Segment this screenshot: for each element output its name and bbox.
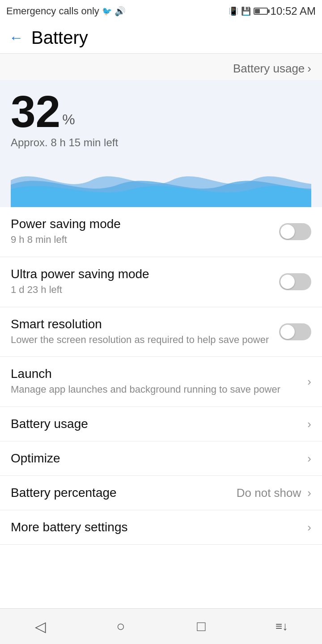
optimize-chevron: ›: [307, 452, 311, 466]
battery-display: 32% Approx. 8 h 15 min left: [0, 80, 322, 207]
setting-left-more-battery: More battery settings: [11, 520, 305, 534]
status-text: Emergency calls only: [6, 5, 99, 17]
launch-title: Launch: [11, 367, 305, 381]
launch-subtitle: Manage app launches and background runni…: [11, 383, 305, 397]
nav-back-button[interactable]: ◁: [22, 613, 58, 640]
status-bar: Emergency calls only 🐦 🔊 📳 💾 10:52 AM: [0, 0, 322, 22]
header: ← Battery: [0, 22, 322, 54]
optimize-right: ›: [305, 452, 311, 466]
battery-percent-sign: %: [62, 111, 75, 127]
sim-icon: 💾: [241, 6, 251, 16]
smart-resolution-toggle[interactable]: [279, 323, 311, 340]
ultra-power-saving-right: [279, 273, 311, 290]
nav-home-button[interactable]: ○: [103, 613, 139, 640]
setting-left-ultra: Ultra power saving mode 1 d 23 h left: [11, 267, 279, 297]
setting-item-ultra-power-saving[interactable]: Ultra power saving mode 1 d 23 h left: [0, 257, 322, 307]
more-battery-title: More battery settings: [11, 520, 305, 534]
battery-time-left: Approx. 8 h 15 min left: [11, 136, 311, 153]
battery-usage-top-label: Battery usage: [233, 62, 305, 76]
signal-icon: 🐦: [102, 6, 112, 16]
ultra-power-saving-subtitle: 1 d 23 h left: [11, 283, 279, 297]
nav-recents-button[interactable]: □: [183, 613, 219, 640]
smart-resolution-subtitle: Lower the screen resolution as required …: [11, 333, 279, 347]
wifi-icon: 🔊: [114, 6, 126, 17]
settings-list: Power saving mode 9 h 8 min left Ultra p…: [0, 207, 322, 545]
battery-usage-list-chevron: ›: [307, 417, 311, 431]
setting-item-battery-percentage[interactable]: Battery percentage Do not show ›: [0, 476, 322, 510]
nav-bar: ◁ ○ □ ≡↓: [0, 608, 322, 644]
nav-back-icon: ◁: [35, 618, 46, 635]
smart-resolution-title: Smart resolution: [11, 317, 279, 331]
setting-left-smart-res: Smart resolution Lower the screen resolu…: [11, 317, 279, 347]
battery-wave: [11, 153, 311, 207]
setting-left-battery-usage: Battery usage: [11, 417, 305, 431]
setting-item-more-battery[interactable]: More battery settings ›: [0, 510, 322, 545]
nav-menu-icon: ≡↓: [275, 619, 288, 633]
battery-usage-chevron: ›: [307, 62, 311, 76]
clock: 10:52 AM: [271, 5, 316, 17]
battery-percentage-display: 32%: [11, 89, 311, 134]
more-battery-chevron: ›: [307, 521, 311, 534]
setting-left-battery-pct: Battery percentage: [11, 486, 237, 500]
setting-item-battery-usage[interactable]: Battery usage ›: [0, 407, 322, 441]
ultra-power-saving-title: Ultra power saving mode: [11, 267, 279, 281]
setting-item-launch[interactable]: Launch Manage app launches and backgroun…: [0, 357, 322, 407]
power-saving-subtitle: 9 h 8 min left: [11, 233, 279, 247]
launch-right: ›: [305, 375, 311, 389]
ultra-power-saving-toggle[interactable]: [279, 273, 311, 290]
setting-item-power-saving-mode[interactable]: Power saving mode 9 h 8 min left: [0, 207, 322, 257]
vibrate-icon: 📳: [229, 6, 238, 16]
setting-left-launch: Launch Manage app launches and backgroun…: [11, 367, 305, 397]
launch-chevron: ›: [307, 375, 311, 389]
power-saving-title: Power saving mode: [11, 217, 279, 231]
smart-resolution-right: [279, 323, 311, 340]
more-battery-right: ›: [305, 521, 311, 534]
power-saving-toggle[interactable]: [279, 223, 311, 240]
battery-status-icon: [254, 8, 268, 15]
battery-usage-top-link[interactable]: Battery usage ›: [0, 54, 322, 80]
page-title: Battery: [31, 28, 88, 48]
battery-usage-right: ›: [305, 417, 311, 431]
battery-percentage-title: Battery percentage: [11, 486, 237, 500]
status-left: Emergency calls only 🐦 🔊: [6, 5, 126, 17]
setting-item-optimize[interactable]: Optimize ›: [0, 441, 322, 476]
nav-recents-icon: □: [197, 618, 205, 635]
optimize-title: Optimize: [11, 451, 305, 466]
battery-percentage-value: Do not show: [237, 486, 301, 500]
status-right: 📳 💾 10:52 AM: [229, 5, 316, 17]
nav-home-icon: ○: [116, 618, 125, 635]
nav-menu-button[interactable]: ≡↓: [264, 613, 300, 640]
setting-left-power-saving: Power saving mode 9 h 8 min left: [11, 217, 279, 247]
battery-percentage-right: Do not show ›: [237, 486, 311, 500]
back-button[interactable]: ←: [9, 30, 23, 46]
setting-left-optimize: Optimize: [11, 451, 305, 466]
battery-usage-list-title: Battery usage: [11, 417, 305, 431]
setting-item-smart-resolution[interactable]: Smart resolution Lower the screen resolu…: [0, 307, 322, 357]
battery-percentage-chevron: ›: [307, 486, 311, 500]
power-saving-right: [279, 223, 311, 240]
battery-percent-number: 32: [11, 89, 60, 134]
